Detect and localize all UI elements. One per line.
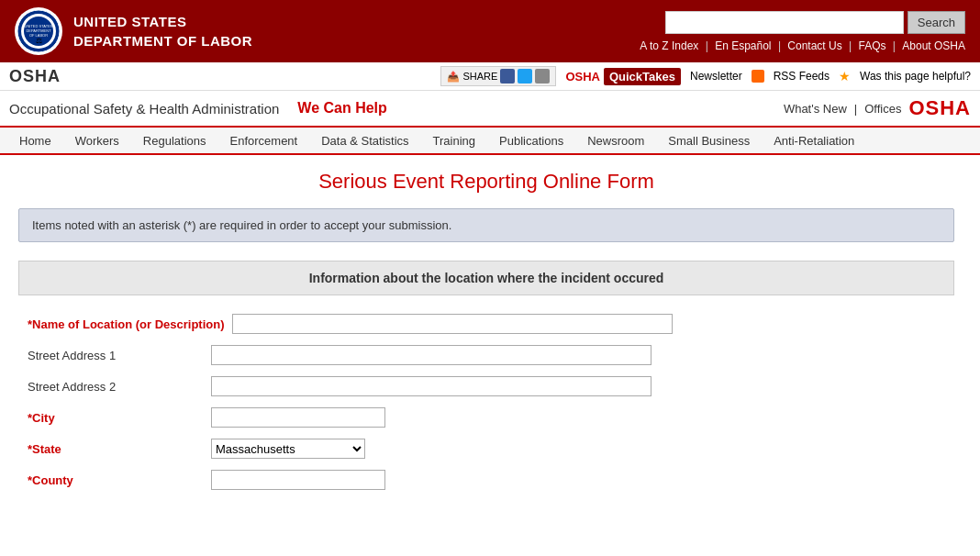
section-header: Information about the location where the… xyxy=(18,261,954,295)
nav-item-small-business[interactable]: Small Business xyxy=(656,128,762,153)
nav-item-publications[interactable]: Publications xyxy=(487,128,575,153)
share-button[interactable]: 📤 SHARE xyxy=(440,66,556,86)
star-icon: ★ xyxy=(839,69,851,83)
street-address2-label: Street Address 2 xyxy=(28,380,211,394)
street-address1-row: Street Address 1 xyxy=(28,345,945,365)
street-address2-row: Street Address 2 xyxy=(28,376,945,396)
osha-bar-right: 📤 SHARE OSHA QuickTakes Newsletter RSS F… xyxy=(440,66,971,86)
header-right: Search A to Z Index | En Español | Conta… xyxy=(640,11,965,52)
nav-item-enforcement[interactable]: Enforcement xyxy=(218,128,310,153)
tagline: We Can Help xyxy=(297,100,387,117)
helpful-label[interactable]: Was this page helpful? xyxy=(860,70,971,83)
search-button[interactable]: Search xyxy=(908,11,965,34)
dol-seal: UNITED STATES DEPARTMENT OF LABOR ⚖ xyxy=(15,7,62,55)
nav-item-training[interactable]: Training xyxy=(421,128,487,153)
offices-link[interactable]: Offices xyxy=(864,102,901,116)
faqs-link[interactable]: FAQs xyxy=(858,39,885,52)
osha-logo: OSHA xyxy=(9,67,61,86)
county-label: *County xyxy=(28,473,211,487)
name-of-location-label: *Name of Location (or Description) xyxy=(28,317,232,331)
title-bar-right: What's New | Offices OSHA xyxy=(784,96,971,120)
nav-item-anti-retaliation[interactable]: Anti-Retaliation xyxy=(762,128,866,153)
title-bar-left: Occupational Safety & Health Administrat… xyxy=(9,100,387,117)
osha-dept-name: Occupational Safety & Health Administrat… xyxy=(9,101,279,117)
city-label: *City xyxy=(28,411,211,425)
nav-item-regulations[interactable]: Regulations xyxy=(131,128,218,153)
twitter-icon xyxy=(518,69,532,83)
email-icon xyxy=(535,69,550,83)
nav-item-newsroom[interactable]: Newsroom xyxy=(575,128,656,153)
svg-text:⚖: ⚖ xyxy=(36,37,42,45)
navigation: HomeWorkersRegulationsEnforcementData & … xyxy=(0,128,980,155)
osha-brand: OSHA xyxy=(908,96,971,120)
city-input[interactable] xyxy=(211,407,385,428)
county-input[interactable] xyxy=(211,470,385,490)
quicktakes: OSHA QuickTakes xyxy=(565,68,681,85)
a-to-z-link[interactable]: A to Z Index xyxy=(640,39,698,52)
main-content: Serious Event Reporting Online Form Item… xyxy=(0,155,973,516)
share-icon: 📤 xyxy=(447,71,460,83)
required-notice: Items noted with an asterisk (*) are req… xyxy=(18,208,954,242)
state-label: *State xyxy=(28,442,211,456)
street-address1-input[interactable] xyxy=(211,345,651,365)
nav-item-home[interactable]: Home xyxy=(7,128,63,153)
county-row: *County xyxy=(28,470,945,490)
name-of-location-input[interactable] xyxy=(232,314,673,334)
street-address2-input[interactable] xyxy=(211,376,651,396)
rss-label[interactable]: RSS Feeds xyxy=(774,70,830,83)
osha-bar: OSHA 📤 SHARE OSHA QuickTakes Newsletter … xyxy=(0,62,980,91)
search-bar: Search xyxy=(665,11,965,34)
share-label: SHARE xyxy=(462,71,497,82)
site-header: UNITED STATES DEPARTMENT OF LABOR ⚖ UNIT… xyxy=(0,0,980,62)
newsletter-label[interactable]: Newsletter xyxy=(690,70,742,83)
whats-new-link[interactable]: What's New xyxy=(784,102,847,116)
facebook-icon xyxy=(500,69,515,83)
header-branding: UNITED STATES DEPARTMENT OF LABOR ⚖ UNIT… xyxy=(15,7,252,55)
contact-us-link[interactable]: Contact Us xyxy=(787,39,841,52)
city-row: *City xyxy=(28,407,945,428)
title-bar: Occupational Safety & Health Administrat… xyxy=(0,91,980,128)
department-name: UNITED STATES DEPARTMENT OF LABOR xyxy=(73,12,252,50)
state-select[interactable]: AlabamaAlaskaArizonaArkansasCaliforniaCo… xyxy=(211,439,365,459)
quicktakes-logo: QuickTakes xyxy=(604,68,681,85)
search-input[interactable] xyxy=(665,11,904,34)
form-area: *Name of Location (or Description) Stree… xyxy=(18,314,954,490)
page-title: Serious Event Reporting Online Form xyxy=(18,170,954,194)
name-of-location-row: *Name of Location (or Description) xyxy=(28,314,945,334)
nav-item-workers[interactable]: Workers xyxy=(63,128,131,153)
top-links: A to Z Index | En Español | Contact Us |… xyxy=(640,39,965,52)
en-espanol-link[interactable]: En Español xyxy=(715,39,771,52)
nav-item-data---statistics[interactable]: Data & Statistics xyxy=(309,128,420,153)
street-address1-label: Street Address 1 xyxy=(28,349,211,362)
quicktakes-osha: OSHA xyxy=(565,70,600,83)
rss-icon xyxy=(752,70,764,83)
about-osha-link[interactable]: About OSHA xyxy=(902,39,965,52)
state-row: *State AlabamaAlaskaArizonaArkansasCalif… xyxy=(28,439,945,459)
